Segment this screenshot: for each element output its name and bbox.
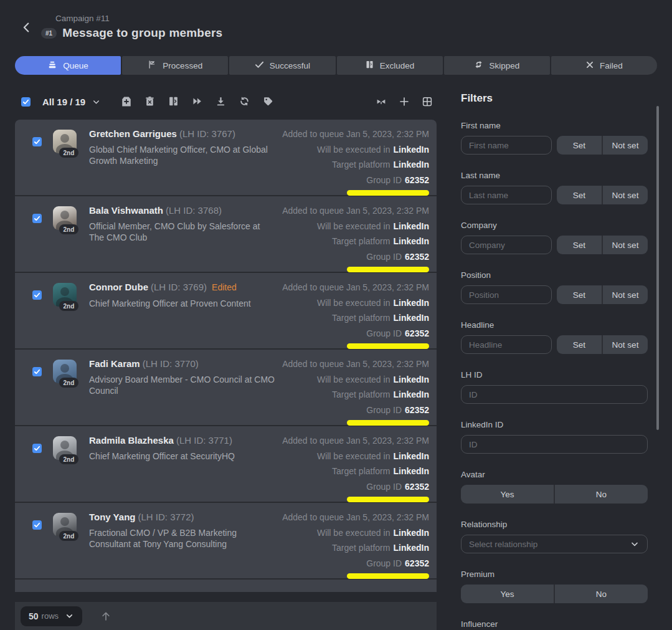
person-headline: Advisory Board Member - CMO Council at C… [89, 374, 276, 396]
headline-set-button[interactable]: Set [557, 335, 602, 354]
connection-degree-badge: 2nd [59, 148, 78, 158]
executed-in-value: LinkedIn [393, 528, 429, 538]
queue-row: 2nd Radmila Blazheska(LH ID: 3771) Chief… [15, 426, 437, 503]
row-checkbox[interactable] [32, 290, 42, 300]
target-platform-value: LinkedIn [393, 160, 429, 169]
person-name[interactable]: Tony Yang [89, 512, 135, 522]
move-to-blacklist-icon[interactable] [168, 96, 179, 107]
executed-in-value: LinkedIn [393, 451, 429, 461]
table-view-icon[interactable] [422, 96, 433, 107]
avatar[interactable]: 2nd [53, 206, 77, 230]
row-checkbox[interactable] [32, 444, 42, 453]
company-set-button[interactable]: Set [557, 236, 602, 254]
lh-id-label: (LH ID: 3771) [176, 435, 232, 446]
download-icon[interactable] [215, 96, 227, 107]
avatar[interactable]: 2nd [53, 360, 77, 383]
avatar-yes-button[interactable]: Yes [461, 485, 554, 504]
check-icon [255, 60, 264, 71]
queue-row-partial [15, 580, 437, 592]
first-name-set-button[interactable]: Set [557, 136, 602, 155]
tab-processed[interactable]: Processed [122, 56, 228, 75]
position-not-set-button[interactable]: Not set [602, 285, 648, 304]
last-name-set-button[interactable]: Set [557, 186, 602, 204]
select-all-checkbox[interactable] [21, 97, 31, 107]
list-footer: 50 rows [15, 602, 437, 630]
tab-failed[interactable]: Failed [551, 56, 657, 75]
person-name[interactable]: Gretchen Garrigues [89, 128, 177, 139]
executed-in-value: LinkedIn [393, 145, 429, 155]
position-input[interactable] [461, 285, 552, 304]
row-meta: Added to queue Jan 5, 2023, 2:32 PM Will… [282, 512, 429, 579]
row-checkbox[interactable] [32, 137, 42, 146]
queue-list: 2nd Gretchen Garrigues(LH ID: 3767) Glob… [15, 120, 437, 592]
group-id-highlight [347, 190, 429, 196]
plus-icon[interactable] [399, 96, 410, 107]
premium-yes-button[interactable]: Yes [461, 585, 554, 603]
avatar[interactable]: 2nd [53, 283, 77, 307]
premium-no-button[interactable]: No [554, 585, 648, 603]
add-to-queue-icon[interactable] [121, 96, 132, 107]
filter-first-name: First name SetNot set [461, 121, 648, 155]
skip-arrows-icon [474, 60, 483, 71]
back-button[interactable] [20, 21, 34, 34]
headline-not-set-button[interactable]: Not set [602, 335, 648, 354]
target-platform-value: LinkedIn [393, 313, 429, 323]
position-set-button[interactable]: Set [557, 285, 602, 304]
fast-forward-icon[interactable] [192, 96, 203, 107]
filter-premium: Premium YesNo [461, 570, 648, 603]
connection-degree-badge: 2nd [59, 301, 78, 311]
first-name-input[interactable] [461, 136, 552, 155]
rows-word: rows [42, 611, 59, 621]
target-platform-value: LinkedIn [393, 543, 429, 553]
person-name[interactable]: Connor Dube [89, 282, 148, 292]
filter-headline: Headline SetNot set [461, 320, 648, 354]
selection-chevron-down-icon[interactable] [92, 97, 101, 107]
filter-linkedin-id: LinkedIn ID [461, 420, 648, 454]
filters-panel: Filters First name SetNot set Last name … [461, 92, 648, 629]
executed-in-value: LinkedIn [393, 221, 429, 231]
scroll-to-top-button[interactable] [100, 611, 111, 622]
avatar-no-button[interactable]: No [554, 485, 648, 504]
tab-skipped[interactable]: Skipped [444, 56, 550, 75]
filters-scrollbar[interactable] [656, 106, 659, 430]
group-id-highlight [347, 497, 429, 502]
merge-icon[interactable] [376, 96, 387, 107]
executed-in-value: LinkedIn [393, 375, 429, 384]
avatar[interactable]: 2nd [53, 130, 77, 153]
row-checkbox[interactable] [32, 520, 42, 530]
person-name[interactable]: Radmila Blazheska [89, 435, 174, 446]
group-id-value: 62352 [405, 328, 429, 338]
first-name-not-set-button[interactable]: Not set [602, 136, 648, 155]
tab-excluded[interactable]: Excluded [337, 56, 443, 75]
lh-id-input[interactable] [461, 385, 648, 404]
rows-per-page-dropdown[interactable]: 50 rows [21, 606, 82, 626]
tag-icon[interactable] [263, 96, 274, 107]
avatar[interactable]: 2nd [53, 513, 77, 537]
row-checkbox[interactable] [32, 214, 42, 223]
last-name-not-set-button[interactable]: Not set [602, 186, 648, 204]
row-checkbox[interactable] [32, 367, 42, 376]
person-headline: Fractional CMO / VP & B2B Marketing Cons… [89, 527, 276, 550]
tab-queue[interactable]: Queue [15, 56, 121, 75]
queue-row: 2nd Gretchen Garrigues(LH ID: 3767) Glob… [15, 120, 437, 196]
tab-successful[interactable]: Successful [229, 56, 335, 75]
company-not-set-button[interactable]: Not set [602, 236, 648, 254]
sync-icon[interactable] [239, 96, 250, 107]
last-name-input[interactable] [461, 186, 552, 204]
company-input[interactable] [461, 236, 552, 254]
headline-input[interactable] [461, 335, 552, 354]
person-name[interactable]: Fadi Karam [89, 358, 140, 369]
person-headline: Official Member, CMO Club by Salesforce … [89, 221, 276, 243]
queue-row: 2nd Tony Yang(LH ID: 3772) Fractional CM… [15, 503, 437, 580]
person-name[interactable]: Bala Vishwanath [89, 205, 163, 216]
group-id-value: 62352 [405, 482, 429, 492]
filter-lh-id: LH ID [461, 370, 648, 404]
trash-icon[interactable] [144, 96, 156, 107]
person-headline: Chief Marketing Officer at SecurityHQ [89, 451, 276, 462]
added-to-queue-label: Added to queue Jan 5, 2023, 2:32 PM [282, 129, 429, 140]
target-platform-value: LinkedIn [393, 466, 429, 476]
relationship-select[interactable]: Select relationship [461, 535, 648, 553]
avatar[interactable]: 2nd [53, 436, 77, 460]
linkedin-id-input[interactable] [461, 435, 648, 454]
selection-count-label: All 19 / 19 [42, 97, 85, 107]
